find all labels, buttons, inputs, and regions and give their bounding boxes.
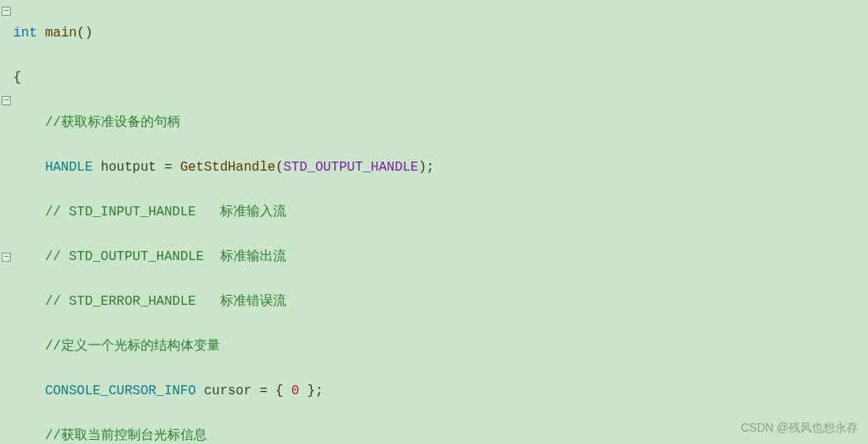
type: CONSOLE_CURSOR_INFO — [45, 384, 195, 398]
punct: = { — [252, 384, 291, 398]
watermark: CSDN @残风也想永存 — [741, 417, 858, 439]
function-name: main — [45, 26, 76, 41]
identifier: houtput — [101, 160, 156, 175]
fold-toggle-icon[interactable]: − — [2, 253, 11, 262]
punct: () — [77, 26, 93, 41]
comment: // STD_INPUT_HANDLE 标准输入流 — [45, 205, 285, 220]
code-editor[interactable]: int main() { //获取标准设备的句柄 HANDLE houtput … — [13, 0, 868, 444]
comment: //获取当前控制台光标信息 — [45, 428, 206, 443]
comment: //获取标准设备的句柄 — [45, 115, 180, 130]
code-line[interactable]: CONSOLE_CURSOR_INFO cursor = { 0 }; — [13, 380, 868, 403]
fold-gutter: − − − — [0, 0, 13, 444]
code-line[interactable]: // STD_OUTPUT_HANDLE 标准输出流 — [13, 246, 868, 268]
type: HANDLE — [45, 160, 93, 175]
code-line[interactable]: HANDLE houtput = GetStdHandle(STD_OUTPUT… — [13, 157, 868, 179]
code-line[interactable]: // STD_INPUT_HANDLE 标准输入流 — [13, 201, 868, 224]
punct: = — [156, 160, 180, 175]
code-line[interactable]: int main() — [13, 22, 868, 45]
keyword: int — [13, 26, 37, 41]
brace: { — [13, 70, 22, 85]
fold-toggle-icon[interactable]: − — [2, 7, 11, 16]
code-line[interactable]: //获取标准设备的句柄 — [13, 112, 868, 134]
comment: // STD_OUTPUT_HANDLE 标准输出流 — [45, 249, 285, 264]
punct: }; — [300, 384, 324, 398]
function-call: GetStdHandle — [180, 160, 276, 175]
comment: //定义一个光标的结构体变量 — [45, 339, 219, 354]
code-line[interactable]: // STD_ERROR_HANDLE 标准错误流 — [13, 291, 868, 313]
code-line[interactable]: //定义一个光标的结构体变量 — [13, 335, 868, 358]
number: 0 — [291, 384, 300, 398]
fold-toggle-icon[interactable]: − — [2, 96, 11, 105]
identifier: cursor — [204, 384, 252, 398]
code-line[interactable]: { — [13, 67, 868, 89]
comment: // STD_ERROR_HANDLE 标准错误流 — [45, 294, 285, 309]
punct: ); — [419, 160, 434, 175]
constant: STD_OUTPUT_HANDLE — [283, 160, 418, 175]
code-line[interactable]: //获取当前控制台光标信息 — [13, 425, 868, 444]
